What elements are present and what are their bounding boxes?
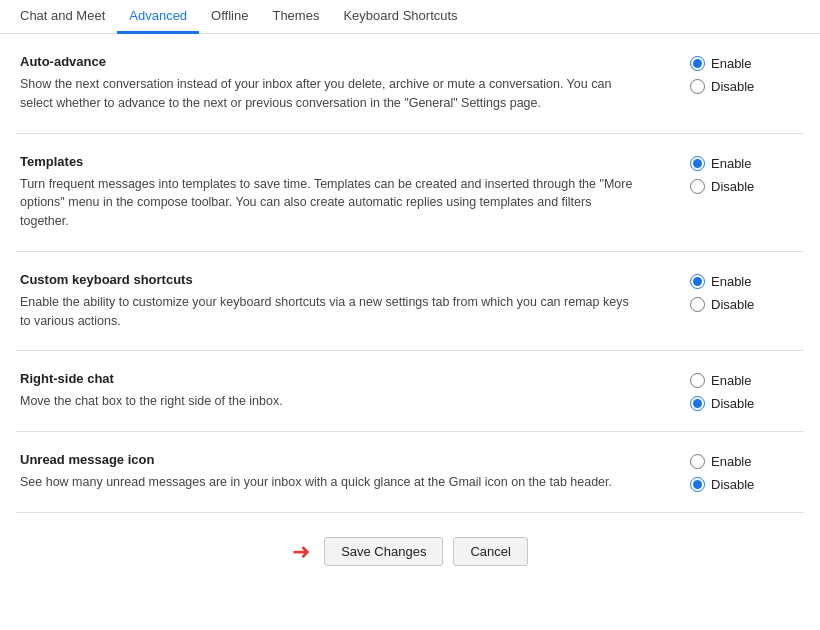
setting-info-auto-advance: Auto-advanceShow the next conversation i…	[20, 54, 690, 113]
setting-desc-templates: Turn frequent messages into templates to…	[20, 175, 640, 231]
radio-label-custom-keyboard-shortcuts-enable[interactable]: Enable	[690, 274, 800, 289]
radio-text-auto-advance-enable: Enable	[711, 56, 751, 71]
radio-text-templates-disable: Disable	[711, 179, 754, 194]
radio-right-side-chat-enable[interactable]	[690, 373, 705, 388]
tab-advanced[interactable]: Advanced	[117, 0, 199, 34]
tab-offline[interactable]: Offline	[199, 0, 260, 34]
setting-info-custom-keyboard-shortcuts: Custom keyboard shortcutsEnable the abil…	[20, 272, 690, 331]
radio-label-right-side-chat-disable[interactable]: Disable	[690, 396, 800, 411]
radio-label-unread-message-icon-enable[interactable]: Enable	[690, 454, 800, 469]
radio-auto-advance-disable[interactable]	[690, 79, 705, 94]
radio-custom-keyboard-shortcuts-enable[interactable]	[690, 274, 705, 289]
setting-controls-custom-keyboard-shortcuts: EnableDisable	[690, 272, 800, 312]
tab-keyboard-shortcuts[interactable]: Keyboard Shortcuts	[331, 0, 469, 34]
setting-info-right-side-chat: Right-side chatMove the chat box to the …	[20, 371, 690, 411]
radio-templates-enable[interactable]	[690, 156, 705, 171]
radio-label-templates-enable[interactable]: Enable	[690, 156, 800, 171]
arrow-icon: ➜	[292, 541, 310, 563]
setting-controls-right-side-chat: EnableDisable	[690, 371, 800, 411]
setting-desc-unread-message-icon: See how many unread messages are in your…	[20, 473, 640, 492]
setting-row-right-side-chat: Right-side chatMove the chat box to the …	[16, 351, 804, 432]
radio-text-custom-keyboard-shortcuts-enable: Enable	[711, 274, 751, 289]
setting-controls-unread-message-icon: EnableDisable	[690, 452, 800, 492]
radio-label-unread-message-icon-disable[interactable]: Disable	[690, 477, 800, 492]
radio-templates-disable[interactable]	[690, 179, 705, 194]
radio-right-side-chat-disable[interactable]	[690, 396, 705, 411]
settings-tabs: Chat and MeetAdvancedOfflineThemesKeyboa…	[0, 0, 820, 34]
setting-desc-custom-keyboard-shortcuts: Enable the ability to customize your key…	[20, 293, 640, 331]
save-button[interactable]: Save Changes	[324, 537, 443, 566]
radio-unread-message-icon-enable[interactable]	[690, 454, 705, 469]
radio-text-unread-message-icon-enable: Enable	[711, 454, 751, 469]
radio-text-templates-enable: Enable	[711, 156, 751, 171]
settings-content: Auto-advanceShow the next conversation i…	[0, 34, 820, 513]
radio-text-right-side-chat-disable: Disable	[711, 396, 754, 411]
cancel-button[interactable]: Cancel	[453, 537, 527, 566]
save-arrow: ➜	[292, 541, 314, 563]
tab-themes[interactable]: Themes	[260, 0, 331, 34]
radio-auto-advance-enable[interactable]	[690, 56, 705, 71]
setting-row-templates: TemplatesTurn frequent messages into tem…	[16, 134, 804, 252]
setting-info-templates: TemplatesTurn frequent messages into tem…	[20, 154, 690, 231]
radio-text-right-side-chat-enable: Enable	[711, 373, 751, 388]
radio-text-unread-message-icon-disable: Disable	[711, 477, 754, 492]
radio-unread-message-icon-disable[interactable]	[690, 477, 705, 492]
setting-title-right-side-chat: Right-side chat	[20, 371, 650, 386]
radio-label-templates-disable[interactable]: Disable	[690, 179, 800, 194]
radio-custom-keyboard-shortcuts-disable[interactable]	[690, 297, 705, 312]
setting-title-auto-advance: Auto-advance	[20, 54, 650, 69]
setting-info-unread-message-icon: Unread message iconSee how many unread m…	[20, 452, 690, 492]
setting-row-auto-advance: Auto-advanceShow the next conversation i…	[16, 34, 804, 134]
setting-row-custom-keyboard-shortcuts: Custom keyboard shortcutsEnable the abil…	[16, 252, 804, 352]
setting-desc-right-side-chat: Move the chat box to the right side of t…	[20, 392, 640, 411]
radio-text-custom-keyboard-shortcuts-disable: Disable	[711, 297, 754, 312]
setting-desc-auto-advance: Show the next conversation instead of yo…	[20, 75, 640, 113]
setting-title-templates: Templates	[20, 154, 650, 169]
radio-label-auto-advance-disable[interactable]: Disable	[690, 79, 800, 94]
setting-controls-templates: EnableDisable	[690, 154, 800, 194]
footer-actions: ➜ Save Changes Cancel	[0, 517, 820, 590]
tab-chat-and-meet[interactable]: Chat and Meet	[8, 0, 117, 34]
setting-controls-auto-advance: EnableDisable	[690, 54, 800, 94]
radio-text-auto-advance-disable: Disable	[711, 79, 754, 94]
setting-row-unread-message-icon: Unread message iconSee how many unread m…	[16, 432, 804, 513]
radio-label-right-side-chat-enable[interactable]: Enable	[690, 373, 800, 388]
radio-label-custom-keyboard-shortcuts-disable[interactable]: Disable	[690, 297, 800, 312]
setting-title-unread-message-icon: Unread message icon	[20, 452, 650, 467]
radio-label-auto-advance-enable[interactable]: Enable	[690, 56, 800, 71]
setting-title-custom-keyboard-shortcuts: Custom keyboard shortcuts	[20, 272, 650, 287]
